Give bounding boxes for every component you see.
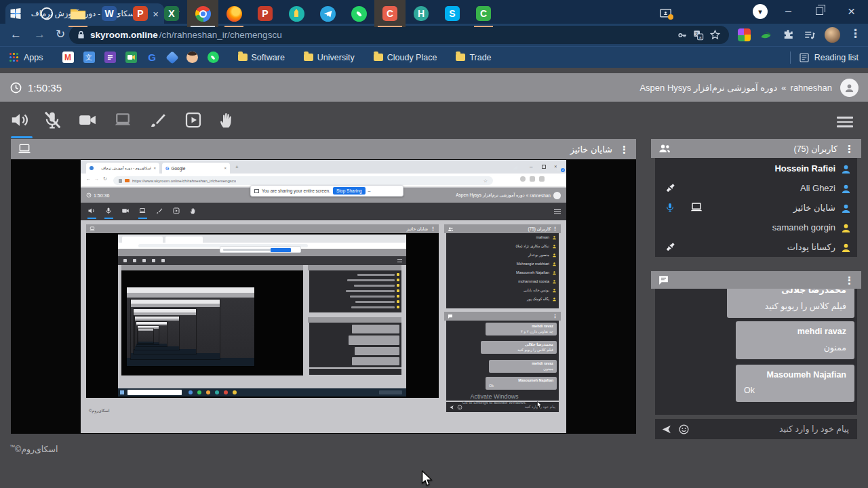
firefox-button[interactable] <box>218 0 250 27</box>
inner-tab-close-icon: × <box>153 166 156 170</box>
chat-text: فیلم کلاس را ریویو کنید <box>735 301 846 311</box>
user-row[interactable]: samaneh gorgin <box>655 218 857 238</box>
lantern-vpn-button[interactable] <box>281 0 312 27</box>
url-domain: skyroom.online <box>90 30 158 40</box>
diamond-bookmark-icon[interactable] <box>165 51 179 64</box>
draw-brush-button[interactable] <box>148 110 172 134</box>
password-key-icon[interactable] <box>677 30 688 41</box>
screen-sharing-laptop-icon <box>690 203 703 212</box>
inner-share-header: شایان خائیز ⋮ <box>86 224 439 233</box>
google-bookmark-icon[interactable]: G <box>146 52 158 63</box>
back-icon[interactable]: ← <box>10 28 22 40</box>
bookmark-folder-university[interactable]: University <box>317 53 355 62</box>
reading-list-label[interactable]: Reading list <box>814 53 859 62</box>
microphone-muted-button[interactable] <box>42 110 66 134</box>
screen-share-button[interactable] <box>113 110 137 134</box>
whatsapp-bookmark-icon[interactable] <box>208 52 219 63</box>
inner-tabstrip: اسکای‌روم - دوره آموزش نرم‌اف × G Google… <box>81 160 566 174</box>
menu-hamburger-icon[interactable] <box>837 114 853 130</box>
bookmark-folder-trade[interactable]: Trade <box>469 53 491 62</box>
user-row[interactable]: Ali Ghezi <box>655 179 857 199</box>
start-button[interactable] <box>0 0 31 27</box>
window-minimize-button[interactable]: – <box>785 5 791 16</box>
account-avatar[interactable] <box>840 79 859 97</box>
person-icon-yellow <box>840 242 852 253</box>
send-message-icon[interactable] <box>660 424 672 435</box>
excel-button[interactable]: X <box>156 0 187 27</box>
share-panel-kebab-icon[interactable]: ⋮ <box>619 144 629 155</box>
url-path: /ch/rahneshan_ir/chemengscu <box>159 30 282 40</box>
reading-list-icon[interactable] <box>799 52 810 63</box>
profile-avatar[interactable] <box>825 27 840 43</box>
tray-cast-icon[interactable] <box>660 9 671 18</box>
extension-colorful-icon[interactable] <box>738 28 751 41</box>
recursion-frame <box>138 326 159 345</box>
chat-message: mehdi ravaz ممنون <box>736 321 854 359</box>
media-play-button[interactable] <box>183 110 208 134</box>
bookmark-folder-cloudy-place[interactable]: Cloudy Place <box>387 53 437 62</box>
browser-menu-kebab-icon[interactable]: ⋮ <box>850 28 861 39</box>
recursion-frame <box>127 287 254 366</box>
inner-chat-messages: mehdi ravazچه تعاونی دارن ۲ و ۴ محمدرضا … <box>446 321 559 401</box>
chat-panel-kebab-icon[interactable]: ⋮ <box>844 275 854 285</box>
inner-reload-icon: ↻ <box>103 176 107 182</box>
psiphon-button[interactable]: P <box>250 0 281 27</box>
cortana-button[interactable] <box>31 0 62 27</box>
idm-extension-icon[interactable] <box>760 28 772 41</box>
telegram-button[interactable] <box>312 0 343 27</box>
window-close-button[interactable]: × <box>848 5 855 18</box>
teal-h-app-button[interactable]: H <box>406 0 437 27</box>
camera-button[interactable] <box>77 110 102 134</box>
translate-bookmark-icon[interactable]: 文 <box>83 52 95 63</box>
whatsapp-button[interactable] <box>343 0 374 27</box>
emoji-smiley-icon[interactable] <box>678 424 690 435</box>
forward-icon[interactable]: → <box>34 28 45 40</box>
meet-bookmark-icon[interactable] <box>125 52 137 63</box>
inner-share-content <box>86 233 439 398</box>
recursion-frame <box>135 317 178 350</box>
bookmark-folder-software[interactable]: Software <box>252 53 285 62</box>
user-row[interactable]: رکسانا پودات <box>655 238 857 258</box>
speaker-button[interactable] <box>9 110 34 134</box>
forms-bookmark-icon[interactable] <box>104 52 116 63</box>
user-row[interactable]: Hossein Rafiei <box>655 159 857 179</box>
apps-grid-icon[interactable] <box>8 52 20 63</box>
chrome-button[interactable] <box>187 0 218 27</box>
stop-sharing-button[interactable]: Stop Sharing <box>333 187 366 195</box>
camtasia-button[interactable]: C <box>468 0 499 27</box>
inner-skyroom-toolbar <box>81 203 566 220</box>
inner-hamburger-icon <box>554 208 561 216</box>
recursion-frame <box>138 329 153 343</box>
user-row[interactable]: شایان خائیز <box>655 199 857 218</box>
inner-min-icon: – <box>530 163 532 169</box>
playlist-extension-icon[interactable] <box>804 29 816 41</box>
file-explorer-button[interactable] <box>62 0 94 27</box>
word-button[interactable]: W <box>94 0 125 27</box>
bookmark-star-icon[interactable] <box>709 29 721 41</box>
users-panel-kebab-icon[interactable]: ⋮ <box>844 144 854 154</box>
translate-icon[interactable]: a文 <box>693 30 704 41</box>
address-bar[interactable]: skyroom.online /ch/rahneshan_ir/chemengs… <box>69 26 729 44</box>
banner-collapse-icon: – <box>368 188 371 193</box>
chat-bubble-icon <box>658 274 669 286</box>
media-controls-button[interactable]: ▾ <box>753 4 768 19</box>
red-c-app-button[interactable]: C <box>374 0 406 27</box>
chat-input-bar <box>655 419 857 439</box>
skype-button[interactable]: S <box>437 0 468 27</box>
room-owner: rahneshan <box>791 83 832 93</box>
raise-hand-button[interactable] <box>217 110 241 134</box>
chat-message-input[interactable] <box>694 419 850 439</box>
powerpoint-button[interactable]: P <box>125 0 156 27</box>
reload-icon[interactable]: ↻ <box>56 28 65 40</box>
apps-label[interactable]: Apps <box>24 53 43 62</box>
folder-icon <box>374 54 383 61</box>
user-name: samaneh gorgin <box>772 222 835 232</box>
room-title: دوره آموزشی نرم‌افزار Aspen Hysys <box>639 83 777 93</box>
window-restore-button[interactable] <box>816 7 823 15</box>
folder-icon <box>304 54 313 61</box>
folder-icon <box>456 54 465 61</box>
gmail-bookmark-icon[interactable]: M <box>62 52 74 63</box>
emoji-face-bookmark-icon[interactable] <box>186 52 198 63</box>
extensions-puzzle-icon[interactable] <box>782 28 794 41</box>
users-people-icon <box>658 143 671 154</box>
